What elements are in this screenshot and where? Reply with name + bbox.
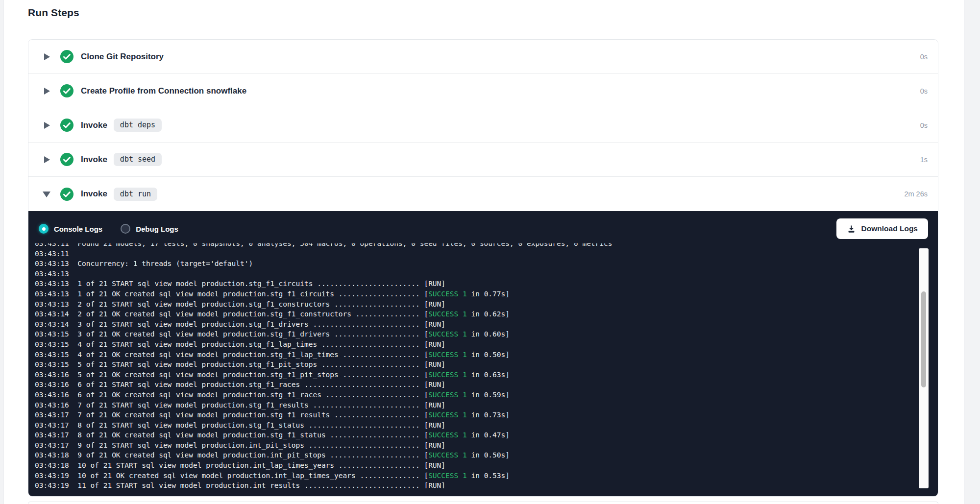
- console-log-area[interactable]: 03:43:11 Found 21 models, 17 tests, 0 sn…: [35, 243, 917, 488]
- left-page-gutter: [0, 0, 4, 504]
- chevron-right-icon[interactable]: [44, 156, 50, 163]
- log-view-option-label: Debug Logs: [136, 225, 178, 233]
- console-log-line: 03:43:15 4 of 21 START sql view model pr…: [35, 339, 917, 350]
- chevron-right-icon[interactable]: [44, 53, 50, 60]
- log-success-token: SUCCESS 1: [428, 431, 467, 439]
- log-success-token: SUCCESS 1: [428, 351, 467, 359]
- step-success-check-icon: [60, 84, 74, 97]
- step-row[interactable]: Invokedbt deps0s: [28, 108, 938, 143]
- radio-selected-icon[interactable]: [39, 224, 49, 234]
- right-page-gutter: [964, 0, 980, 504]
- log-success-token: SUCCESS 1: [428, 290, 467, 298]
- console-log-line: 03:43:14 3 of 21 START sql view model pr…: [35, 319, 917, 330]
- console-log-line: 03:43:16 6 of 21 START sql view model pr…: [35, 380, 917, 390]
- step-row[interactable]: Clone Git Repository0s: [28, 40, 938, 74]
- log-view-option-debug-logs[interactable]: Debug Logs: [121, 224, 178, 234]
- console-log-line: 03:43:19 11 of 21 START sql view model p…: [35, 480, 917, 488]
- console-log-line: 03:43:15 5 of 21 START sql view model pr…: [35, 360, 917, 370]
- step-success-check-icon: [60, 50, 74, 63]
- console-log-line: 03:43:15 4 of 21 OK created sql view mod…: [35, 350, 917, 360]
- step-label: Create Profile from Connection snowflake: [81, 86, 246, 96]
- steps-rows: Clone Git Repository0sCreate Profile fro…: [28, 40, 938, 211]
- download-logs-button[interactable]: Download Logs: [836, 218, 928, 239]
- run-steps-card: Clone Git Repository0sCreate Profile fro…: [28, 39, 938, 497]
- step-row[interactable]: Invokedbt seed1s: [28, 143, 938, 177]
- step-command-badge: dbt run: [114, 188, 157, 201]
- console-log-line: 03:43:15 3 of 21 OK created sql view mod…: [35, 329, 917, 339]
- console-log-line: 03:43:16 5 of 21 OK created sql view mod…: [35, 370, 917, 380]
- page-title: Run Steps: [28, 7, 79, 19]
- log-view-option-console-logs[interactable]: Console Logs: [39, 224, 102, 234]
- console-log-line: 03:43:13 1 of 21 START sql view model pr…: [35, 279, 917, 289]
- console-log-line: 03:43:17 8 of 21 OK created sql view mod…: [35, 430, 917, 440]
- step-label: Invoke: [81, 189, 107, 199]
- chevron-down-icon[interactable]: [44, 191, 50, 197]
- log-success-token: SUCCESS 1: [428, 472, 467, 480]
- step-duration: 1s: [920, 156, 938, 164]
- log-success-token: SUCCESS 1: [428, 330, 467, 338]
- log-success-token: SUCCESS 1: [428, 451, 467, 459]
- console-log-line: 03:43:13: [35, 269, 917, 279]
- log-view-option-label: Console Logs: [54, 225, 102, 233]
- console-header: Console LogsDebug Logs Download Logs: [28, 211, 938, 243]
- step-success-check-icon: [60, 119, 74, 132]
- console-log-line: 03:43:16 7 of 21 START sql view model pr…: [35, 400, 917, 410]
- console-log-line: 03:43:14 2 of 21 OK created sql view mod…: [35, 309, 917, 319]
- chevron-right-icon[interactable]: [44, 88, 50, 95]
- step-duration: 0s: [920, 121, 938, 129]
- download-icon: [847, 224, 856, 234]
- console-log-line: 03:43:13 1 of 21 OK created sql view mod…: [35, 289, 917, 299]
- console-log-line: 03:43:19 10 of 21 OK created sql view mo…: [35, 471, 917, 481]
- log-success-token: SUCCESS 1: [428, 411, 467, 419]
- next-step-card-edge: [28, 502, 938, 504]
- step-label: Invoke: [81, 120, 107, 130]
- console-log-line: 03:43:13 Concurrency: 1 threads (target=…: [35, 259, 917, 269]
- console-log-line: 03:43:18 9 of 21 OK created sql view mod…: [35, 450, 917, 460]
- console-log-line: 03:43:16 6 of 21 OK created sql view mod…: [35, 390, 917, 400]
- console-scrollbar[interactable]: [919, 248, 929, 488]
- console-log-line: 03:43:11 Found 21 models, 17 tests, 0 sn…: [35, 243, 917, 249]
- log-success-token: SUCCESS 1: [428, 371, 467, 379]
- download-logs-label: Download Logs: [861, 224, 918, 233]
- step-command-badge: dbt seed: [114, 153, 162, 166]
- console-log-line: 03:43:17 8 of 21 START sql view model pr…: [35, 420, 917, 431]
- console-scrollbar-thumb[interactable]: [921, 291, 926, 387]
- step-label: Clone Git Repository: [81, 52, 164, 62]
- step-command-badge: dbt deps: [114, 119, 162, 132]
- console-log-line: 03:43:17 9 of 21 START sql view model pr…: [35, 440, 917, 451]
- chevron-right-icon[interactable]: [44, 122, 50, 129]
- console-log-line: 03:43:18 10 of 21 START sql view model p…: [35, 460, 917, 471]
- console-log-line: 03:43:17 7 of 21 OK created sql view mod…: [35, 410, 917, 420]
- radio-unselected-icon[interactable]: [121, 224, 130, 234]
- console-panel: Console LogsDebug Logs Download Logs 03:…: [28, 211, 938, 496]
- step-label: Invoke: [81, 155, 107, 165]
- log-view-options: Console LogsDebug Logs: [39, 224, 196, 234]
- step-row[interactable]: Create Profile from Connection snowflake…: [28, 74, 938, 108]
- log-success-token: SUCCESS 1: [428, 310, 467, 318]
- step-duration: 0s: [920, 87, 938, 95]
- console-log-line: 03:43:11: [35, 249, 917, 259]
- step-success-check-icon: [60, 188, 74, 201]
- log-success-token: SUCCESS 1: [428, 391, 467, 399]
- step-row[interactable]: Invokedbt run2m 26s: [28, 177, 938, 211]
- step-duration: 2m 26s: [904, 190, 938, 198]
- console-log-line: 03:43:13 2 of 21 START sql view model pr…: [35, 299, 917, 310]
- step-success-check-icon: [60, 153, 74, 166]
- step-duration: 0s: [920, 53, 938, 61]
